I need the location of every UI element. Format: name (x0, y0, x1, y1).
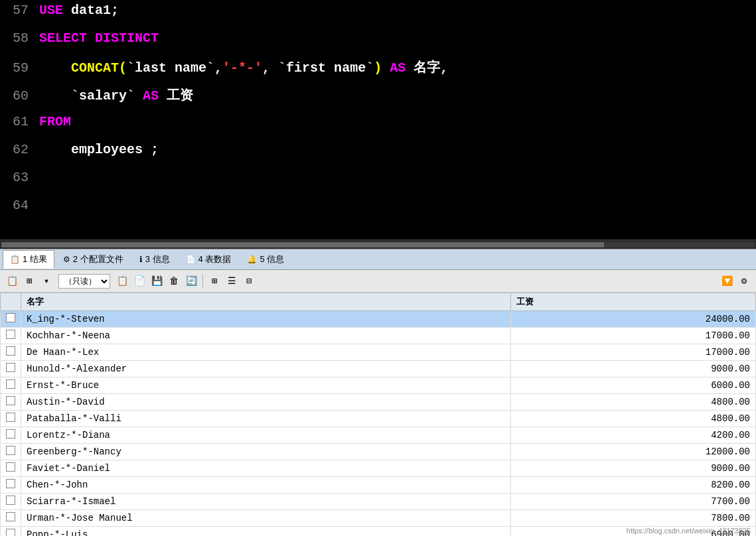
code-line: 58SELECT DISTINCT (0, 31, 756, 58)
tab-tab4[interactable]: 📄4 表数据 (179, 250, 239, 269)
row-checkbox-cell (1, 377, 21, 394)
table-row[interactable]: Lorentz-*-Diana4200.00 (1, 427, 756, 444)
line-content: CONCAT(`last name`,'-*-', `first name`) … (37, 58, 756, 76)
code-token: AS (390, 60, 414, 76)
code-line: 63 (0, 170, 756, 198)
toolbar: 📋 ⊞ ▾ （只读） 📋 📄 💾 🗑 🔄 ⊞ ☰ ⊟ 🔽 ⚙ (0, 270, 756, 293)
main-content: 📋1 结果⚙2 个配置文件ℹ3 信息📄4 表数据🔔5 信息 📋 ⊞ ▾ （只读）… (0, 249, 756, 536)
toolbar-settings-btn[interactable]: ⚙ (736, 273, 752, 289)
row-checkbox-cell (1, 328, 21, 344)
row-name-cell: Greenberg-*-Nancy (21, 444, 511, 460)
row-checkbox[interactable] (6, 313, 15, 322)
toolbar-text-btn[interactable]: ⊟ (241, 273, 257, 289)
row-name-cell: Kochhar-*-Neena (21, 328, 511, 344)
row-checkbox[interactable] (6, 429, 15, 438)
tab-label: 4 表数据 (198, 253, 232, 265)
toolbar-paste-btn[interactable]: 📄 (131, 273, 147, 289)
toolbar-copy-btn[interactable]: 📋 (114, 273, 130, 289)
tab-label: 2 个配置文件 (73, 253, 123, 265)
table-row[interactable]: Austin-*-David4800.00 (1, 394, 756, 411)
tab-icon: 📄 (186, 255, 196, 264)
code-token: USE (39, 3, 71, 18)
code-line: 61FROM (0, 114, 756, 142)
table-row[interactable]: Hunold-*-Alexander9000.00 (1, 361, 756, 377)
toolbar-table-btn[interactable]: ⊞ (206, 273, 222, 289)
code-token: AS (143, 88, 167, 103)
row-salary-cell: 9000.00 (511, 361, 756, 377)
row-checkbox[interactable] (6, 346, 15, 356)
toolbar-refresh-btn[interactable]: 🔄 (183, 273, 199, 289)
row-checkbox[interactable] (6, 529, 15, 536)
toolbar-grid-btn[interactable]: ⊞ (21, 273, 37, 289)
row-checkbox[interactable] (6, 363, 15, 372)
tab-tab2[interactable]: ⚙2 个配置文件 (56, 250, 131, 269)
code-token: 工资 (167, 88, 193, 103)
table-row[interactable]: Chen-*-John8200.00 (1, 477, 756, 494)
toolbar-save-btn[interactable]: 💾 (149, 273, 165, 289)
row-name-cell: Pataballa-*-Valli (21, 411, 511, 427)
row-name-cell: Popp-*-Luis (21, 527, 511, 537)
code-line: 64 (0, 198, 756, 226)
row-checkbox-cell (1, 477, 21, 494)
code-token: data1; (71, 3, 119, 18)
line-number: 62 (0, 142, 37, 157)
row-checkbox-cell (1, 411, 21, 427)
mode-select[interactable]: （只读） (58, 274, 110, 289)
line-number: 59 (0, 60, 37, 76)
row-checkbox-cell (1, 311, 21, 328)
table-row[interactable]: Ernst-*-Bruce6000.00 (1, 377, 756, 394)
table-row[interactable]: Sciarra-*-Ismael7700.00 (1, 494, 756, 510)
scrollbar-thumb[interactable] (1, 242, 604, 247)
tab-tab1[interactable]: 📋1 结果 (3, 250, 54, 269)
scrollbar-track[interactable] (1, 242, 755, 247)
row-name-cell: Sciarra-*-Ismael (21, 494, 511, 510)
row-salary-cell: 7700.00 (511, 494, 756, 510)
table-row[interactable]: Pataballa-*-Valli4800.00 (1, 411, 756, 427)
row-name-cell: Urman-*-Jose Manuel (21, 510, 511, 527)
row-checkbox[interactable] (6, 379, 15, 389)
row-salary-cell: 9000.00 (511, 460, 756, 477)
row-checkbox-cell (1, 460, 21, 477)
line-number: 60 (0, 88, 37, 103)
tab-tab5[interactable]: 🔔5 信息 (240, 250, 291, 269)
results-area[interactable]: 名字 工资 K_ing-*-Steven24000.00Kochhar-*-Ne… (0, 293, 756, 536)
code-scrollbar[interactable] (0, 239, 756, 249)
toolbar-dropdown-btn[interactable]: ▾ (38, 273, 54, 289)
table-row[interactable]: Kochhar-*-Neena17000.00 (1, 328, 756, 344)
row-checkbox[interactable] (6, 479, 15, 488)
code-line: 59 CONCAT(`last name`,'-*-', `first name… (0, 58, 756, 86)
row-checkbox[interactable] (6, 330, 15, 339)
row-checkbox[interactable] (6, 396, 15, 405)
toolbar-export-btn[interactable]: 📋 (4, 273, 20, 289)
row-salary-cell: 7800.00 (511, 510, 756, 527)
toolbar-filter-btn[interactable]: 🔽 (719, 273, 735, 289)
line-content: FROM (37, 114, 756, 129)
toolbar-delete-btn[interactable]: 🗑 (166, 273, 182, 289)
table-row[interactable]: De Haan-*-Lex17000.00 (1, 344, 756, 361)
line-content: USE data1; (37, 3, 756, 18)
code-token: `first name` (278, 60, 374, 76)
code-line: 57USE data1; (0, 3, 756, 31)
row-checkbox[interactable] (6, 496, 15, 505)
row-salary-cell: 4800.00 (511, 394, 756, 411)
code-token: , (262, 60, 278, 76)
row-checkbox[interactable] (6, 413, 15, 422)
row-name-cell: Ernst-*-Bruce (21, 377, 511, 394)
row-salary-cell: 4800.00 (511, 411, 756, 427)
row-name-cell: Chen-*-John (21, 477, 511, 494)
row-checkbox[interactable] (6, 446, 15, 455)
row-checkbox-cell (1, 427, 21, 444)
tab-tab3[interactable]: ℹ3 信息 (132, 250, 177, 269)
row-checkbox-cell (1, 494, 21, 510)
row-checkbox[interactable] (6, 512, 15, 521)
row-checkbox[interactable] (6, 462, 15, 472)
toolbar-list-btn[interactable]: ☰ (224, 273, 240, 289)
table-row[interactable]: Urman-*-Jose Manuel7800.00 (1, 510, 756, 527)
tab-icon: ℹ (139, 255, 143, 264)
col-checkbox-header (1, 293, 21, 311)
table-row[interactable]: Faviet-*-Daniel9000.00 (1, 460, 756, 477)
table-row[interactable]: Greenberg-*-Nancy12000.00 (1, 444, 756, 460)
line-number: 64 (0, 198, 37, 213)
toolbar-divider (202, 275, 203, 288)
table-row[interactable]: K_ing-*-Steven24000.00 (1, 311, 756, 328)
